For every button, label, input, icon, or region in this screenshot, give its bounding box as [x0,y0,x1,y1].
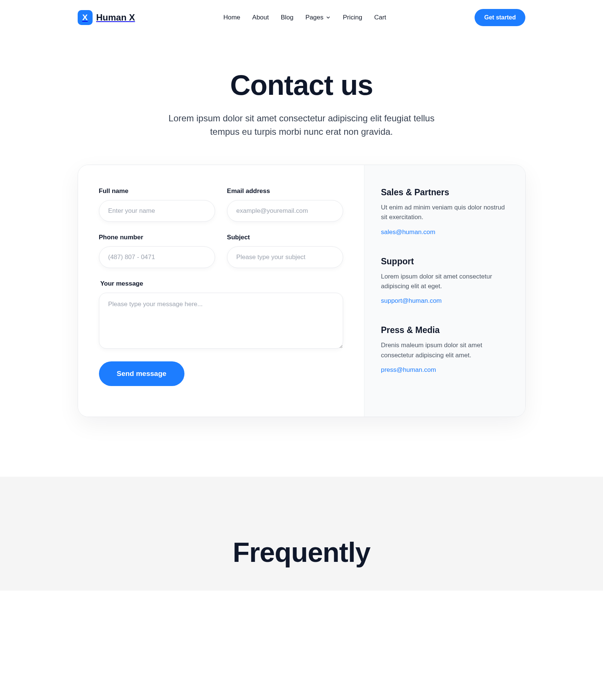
info-sales-title: Sales & Partners [381,187,509,197]
subject-input[interactable] [227,246,343,268]
page-subtitle: Lorem ipsum dolor sit amet consectetur a… [156,112,447,139]
info-support: Support Lorem ipsum dolor sit amet conse… [381,256,509,305]
faq-title: Frequently [0,536,603,568]
phone-input[interactable] [99,246,215,268]
info-support-email[interactable]: support@human.com [381,297,442,304]
site-header: X Human X Home About Blog Pages Pricing … [78,0,526,35]
message-label: Your message [99,280,344,287]
info-support-title: Support [381,256,509,267]
info-press-email[interactable]: press@human.com [381,366,436,373]
email-input[interactable] [227,200,343,222]
message-textarea[interactable] [99,293,344,349]
full-name-input[interactable] [99,200,215,222]
info-press-text: Drenis maleum ipsum dolor sit amet conse… [381,340,509,360]
info-sales-text: Ut enim ad minim veniam quis dolor nostr… [381,203,509,223]
contact-info-sidebar: Sales & Partners Ut enim ad minim veniam… [364,165,525,417]
nav-about[interactable]: About [252,14,269,21]
nav-pages-label: Pages [305,14,323,21]
subject-label: Subject [227,234,343,241]
phone-label: Phone number [99,234,215,241]
hero-section: Contact us Lorem ipsum dolor sit amet co… [78,35,526,165]
brand-name: Human X [96,12,135,23]
page-title: Contact us [78,69,526,101]
info-sales-email[interactable]: sales@human.com [381,228,435,236]
send-message-button[interactable]: Send message [99,361,184,386]
contact-card: Full name Email address Phone number Sub… [78,165,526,417]
nav-pages[interactable]: Pages [305,14,331,21]
get-started-button[interactable]: Get started [475,9,525,26]
email-label: Email address [227,187,343,195]
info-support-text: Lorem ipsum dolor sit amet consectetur a… [381,272,509,292]
contact-form: Full name Email address Phone number Sub… [78,165,364,417]
nav-blog[interactable]: Blog [281,14,293,21]
brand-logo[interactable]: X Human X [78,10,135,25]
main-nav: Home About Blog Pages Pricing Cart [223,14,386,21]
chevron-down-icon [326,15,331,20]
nav-home[interactable]: Home [223,14,240,21]
logo-badge: X [78,10,93,25]
faq-section: Frequently [0,477,603,591]
info-press: Press & Media Drenis maleum ipsum dolor … [381,325,509,374]
full-name-label: Full name [99,187,215,195]
nav-cart[interactable]: Cart [374,14,386,21]
info-press-title: Press & Media [381,325,509,335]
info-sales: Sales & Partners Ut enim ad minim veniam… [381,187,509,236]
nav-pricing[interactable]: Pricing [343,14,362,21]
